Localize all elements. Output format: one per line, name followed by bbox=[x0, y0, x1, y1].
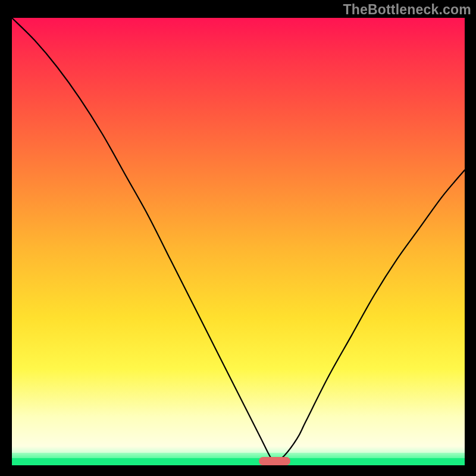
curve-path bbox=[12, 18, 465, 461]
plot-area bbox=[12, 18, 465, 465]
chart-frame: TheBottleneck.com bbox=[0, 0, 476, 476]
bottleneck-curve bbox=[12, 18, 465, 465]
watermark-text: TheBottleneck.com bbox=[343, 2, 471, 18]
optimum-marker bbox=[259, 457, 290, 465]
